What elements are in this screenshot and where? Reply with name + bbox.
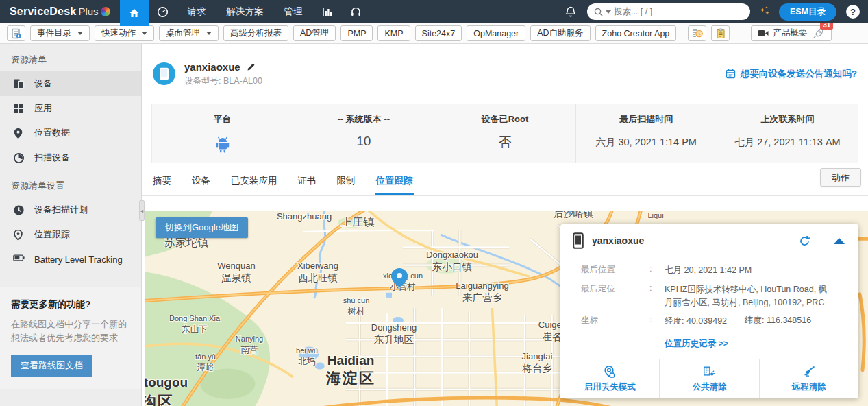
- nav-dashboard-tab[interactable]: [149, 0, 177, 23]
- actions-button[interactable]: 动作: [820, 168, 861, 187]
- gauge-icon: [157, 6, 169, 18]
- sidebar-item-label: 应用: [34, 102, 52, 115]
- toolbar-button-0[interactable]: 事件目录: [30, 25, 90, 41]
- toolbar-button-6[interactable]: KMP: [377, 25, 410, 41]
- announcement-icon: [726, 69, 736, 79]
- toolbar-button-label: 快速动作: [101, 27, 136, 39]
- secondary-toolbar: 事件目录快速动作桌面管理高级分析报表AD管理PMPKMPSite24x7OpMa…: [0, 23, 868, 44]
- tab-位置跟踪[interactable]: 位置跟踪: [376, 175, 413, 195]
- device-model: 设备型号: BLA-AL00: [184, 75, 262, 87]
- panel-action-2[interactable]: 远程清除: [759, 359, 858, 398]
- scan-pie-icon: [13, 152, 25, 164]
- toolbar-button-2[interactable]: 桌面管理: [159, 25, 219, 41]
- global-search[interactable]: [587, 3, 750, 20]
- toolbar-button-label: Site24x7: [422, 29, 456, 38]
- tabs-row: 摘要设备已安装应用证书限制位置跟踪 动作: [142, 163, 868, 196]
- sidebar-section-title-0: 资源清单: [0, 44, 141, 71]
- nav-reports-tab[interactable]: [313, 0, 342, 23]
- new-request-icon-button[interactable]: [7, 25, 25, 41]
- notes-icon-button[interactable]: [711, 25, 730, 41]
- panel-row-label: 最后位置: [581, 264, 649, 277]
- toolbar-button-8[interactable]: OpManager: [467, 25, 525, 41]
- sidebar-item-设备扫描计划[interactable]: 设备扫描计划: [0, 198, 141, 222]
- tab-限制[interactable]: 限制: [337, 175, 356, 195]
- sidebar-item-应用[interactable]: 应用: [0, 96, 141, 121]
- panel-action-label: 公共清除: [692, 381, 726, 393]
- sidebar-item-位置跟踪[interactable]: 位置跟踪: [0, 222, 141, 247]
- nav-menu-item-0[interactable]: 请求: [177, 5, 216, 18]
- search-caret-icon[interactable]: [606, 10, 611, 14]
- tab-证书[interactable]: 证书: [298, 175, 317, 195]
- tab-设备[interactable]: 设备: [192, 175, 210, 195]
- edit-name-icon[interactable]: [247, 62, 256, 71]
- search-input[interactable]: [614, 7, 743, 16]
- document-add-icon: [11, 28, 22, 39]
- info-column-3: 最后扫描时间六月 30, 2021 1:14 PM: [576, 104, 717, 163]
- tab-摘要[interactable]: 摘要: [153, 175, 171, 195]
- bell-icon[interactable]: [565, 6, 576, 18]
- nav-home-tab[interactable]: [120, 0, 149, 26]
- device-location-pin[interactable]: [390, 267, 408, 290]
- sidebar-item-位置数据[interactable]: 位置数据: [0, 121, 141, 145]
- panel-header: yanxiaoxue: [560, 224, 858, 253]
- switch-to-google-maps-button[interactable]: 切换到Google地图: [156, 217, 248, 238]
- info-value: 七月 27, 2021 11:13 AM: [717, 136, 858, 149]
- info-column-4: 上次联系时间七月 27, 2021 11:13 AM: [717, 104, 858, 163]
- roadmap-promo: 需要更多新的功能? 在路线图文档中分享一个新的想法或者优先考虑您的要求 查看路线…: [0, 287, 141, 389]
- nav-support-tab[interactable]: [342, 0, 371, 23]
- location-history-link[interactable]: 位置历史记录 >>: [665, 338, 858, 350]
- panel-row-colon: :: [649, 283, 665, 309]
- panel-row-0: 最后位置:七月 20, 2021 1:42 PM: [581, 264, 846, 277]
- panel-action-1[interactable]: 公共清除: [659, 359, 758, 398]
- panel-action-0[interactable]: 启用丢失模式: [560, 359, 659, 398]
- toolbar-button-3[interactable]: 高级分析报表: [223, 25, 288, 41]
- location-map[interactable]: Shangzhuang上庄镇苏家坨镇Wenquan温泉镇Xibeiwang西北旺…: [145, 211, 868, 406]
- device-avatar: [153, 62, 175, 85]
- sidebar-splitter[interactable]: ◄: [139, 200, 145, 221]
- info-label: 平台: [152, 113, 293, 126]
- toolbar-button-label: AD自助服务: [537, 27, 583, 39]
- view-roadmap-button[interactable]: 查看路线图文档: [11, 355, 92, 377]
- esm-directory-button[interactable]: ESM目录: [779, 3, 836, 21]
- product-overview-button[interactable]: 产品概要 31: [751, 25, 832, 41]
- device-name: yanxiaoxue: [184, 61, 240, 73]
- panel-row-2: 坐标:经度: 40.039492纬度: 116.348516: [581, 315, 846, 328]
- panel-row-1: 最后定位:KPHZ国际技术转移中心, HouTun Road, 枫丹丽舍小区, …: [581, 283, 846, 309]
- remote-wipe-icon: [803, 366, 815, 378]
- top-navbar: ServiceDesk Plus 请求解决方案管理 ESM目录 ?: [0, 0, 868, 23]
- sidebar-item-label: 设备: [34, 77, 52, 90]
- toolbar-button-9[interactable]: AD自助服务: [530, 25, 590, 41]
- sidebar-item-扫描设备[interactable]: 扫描设备: [0, 145, 141, 170]
- toolbar-button-10[interactable]: Zoho Creator App: [595, 25, 677, 41]
- app-logo[interactable]: ServiceDesk Plus: [10, 5, 110, 18]
- collapse-panel-icon[interactable]: [834, 238, 845, 244]
- refresh-icon[interactable]: [799, 235, 810, 247]
- apps-icon: [13, 103, 25, 115]
- sidebar-item-Battery Level Tracking[interactable]: Battery Level Tracking: [0, 247, 141, 272]
- toolbar-button-7[interactable]: Site24x7: [415, 25, 462, 41]
- sidebar-item-设备[interactable]: 设备: [0, 71, 141, 96]
- info-label: -- 系统版本 --: [293, 113, 434, 126]
- caret-down-icon: [142, 32, 147, 35]
- toolbar-button-label: 桌面管理: [166, 27, 200, 39]
- nav-menu-item-1[interactable]: 解决方案: [216, 5, 274, 18]
- toolbar-button-1[interactable]: 快速动作: [95, 25, 154, 41]
- panel-row-colon: :: [649, 264, 665, 277]
- history-icon-button[interactable]: [688, 25, 706, 41]
- toolbar-button-5[interactable]: PMP: [340, 25, 373, 41]
- panel-row-value: 经度: 40.039492: [665, 315, 727, 328]
- toolbar-buttons: 事件目录快速动作桌面管理高级分析报表AD管理PMPKMPSite24x7OpMa…: [30, 25, 676, 41]
- brand-name: ServiceDesk: [10, 5, 76, 18]
- sidebar-section-title-1: 资源清单设置: [0, 170, 141, 198]
- panel-row-value: 七月 20, 2021 1:42 PM: [665, 264, 752, 277]
- send-announcement-link[interactable]: 想要向设备发送公告通知吗?: [726, 68, 857, 80]
- tab-已安装应用[interactable]: 已安装应用: [231, 175, 277, 195]
- corporate-wipe-icon: [703, 366, 715, 378]
- schedule-clock-icon: [13, 204, 25, 216]
- toolbar-button-label: AD管理: [300, 27, 329, 39]
- sidebar-item-label: 扫描设备: [34, 152, 70, 164]
- help-button[interactable]: ?: [846, 5, 860, 19]
- nav-menu-item-2[interactable]: 管理: [274, 5, 313, 18]
- toolbar-button-4[interactable]: AD管理: [293, 25, 336, 41]
- sidebar-item-label: 设备扫描计划: [34, 204, 88, 216]
